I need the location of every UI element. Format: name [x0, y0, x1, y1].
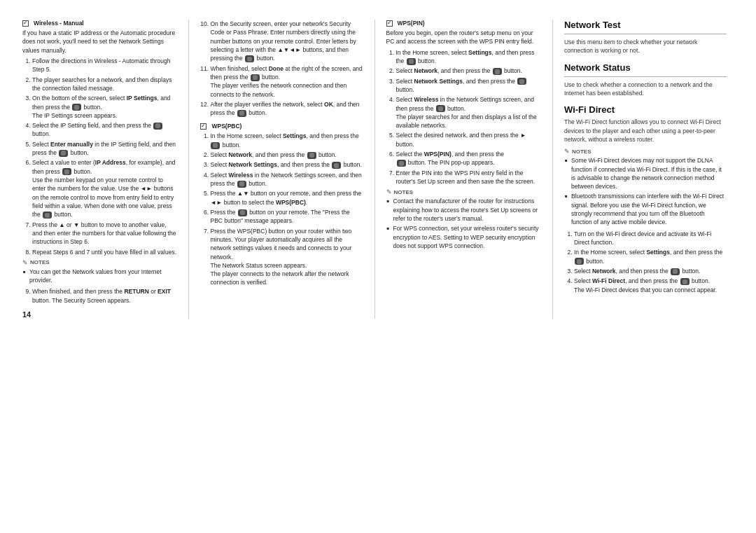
btn-icon	[62, 168, 71, 175]
wifi-direct-note-2: Bluetooth transmissions can interfere wi…	[571, 192, 727, 226]
wifi-direct-notes-box: ✎ NOTES Some Wi-Fi Direct devices may no…	[564, 148, 727, 227]
wireless-manual-intro: If you have a static IP address or the A…	[22, 29, 177, 55]
notes-title: NOTES	[572, 148, 592, 155]
step-5: Select Enter manually in the IP Setting …	[32, 140, 177, 158]
notes-title: NOTES	[30, 259, 50, 265]
wifi-direct-steps: Turn on the Wi-Fi direct device and acti…	[564, 230, 727, 294]
notes-list: You can get the Network values from your…	[22, 268, 177, 285]
wifi-direct-notes-list: Some Wi-Fi Direct devices may not suppor…	[564, 156, 727, 227]
wpspin-note-1: Contact the manufacturer of the router f…	[393, 197, 541, 223]
wpspin-notes-list: Contact the manufacturer of the router f…	[386, 197, 541, 250]
notes-label: ✎ NOTES	[22, 259, 177, 266]
btn-icon	[307, 152, 316, 159]
wifi-direct-step-3: Select Network, and then press the butto…	[574, 267, 727, 275]
wpspin-step-4: Select Wireless in the Network Settings …	[396, 95, 541, 130]
network-status-body: Use to check whether a connection to a n…	[564, 81, 727, 98]
network-status-title: Network Status	[564, 62, 727, 73]
network-test-rule	[564, 34, 727, 34]
page-number: 14	[22, 310, 177, 319]
checkbox-icon	[22, 20, 29, 27]
step-9: When finished, and then press the RETURN…	[32, 287, 177, 305]
wpspbc-step-4: Select Wireless in the Network Settings …	[210, 171, 363, 188]
btn-icon	[251, 74, 260, 81]
wifi-direct-step-2: In the Home screen, select Settings, and…	[574, 248, 727, 265]
btn-icon	[153, 123, 162, 130]
wpspbc-steps: In the Home screen, select Settings, and…	[200, 132, 363, 286]
btn-icon	[397, 160, 406, 167]
wifi-direct-body: The Wi-Fi Direct function allows you to …	[564, 118, 727, 144]
step-4: Select the IP Setting field, and then pr…	[32, 121, 177, 139]
wpspbc-step-5: Press the ▲▼ button on your remote, and …	[210, 189, 363, 207]
notes-title: NOTES	[394, 189, 414, 195]
wireless-manual-steps: Follow the directions in Wireless - Auto…	[22, 57, 177, 256]
step-3: On the bottom of the screen, select IP S…	[32, 94, 177, 120]
wireless-manual-heading: Wireless - Manual	[22, 20, 177, 27]
wifi-direct-step-4: Select Wi-Fi Direct, and then press the …	[574, 277, 727, 294]
btn-icon	[59, 150, 68, 157]
wpspbc-step-3: Select Network Settings, and then press …	[210, 160, 363, 169]
btn-icon	[436, 105, 445, 112]
wpspin-step-2: Select Network, and then press the butto…	[396, 67, 541, 75]
column-1: Wireless - Manual If you have a static I…	[22, 20, 184, 319]
wpspin-step-5: Select the desired network, and then pre…	[396, 131, 541, 148]
wpspin-heading: WPS(PIN)	[386, 20, 541, 27]
btn-icon	[517, 78, 526, 85]
notes-box-1: ✎ NOTES You can get the Network values f…	[22, 259, 177, 285]
btn-icon	[680, 278, 690, 285]
wpspin-note-2: For WPS connection, set your wireless ro…	[393, 224, 541, 250]
wpspin-notes-box: ✎ NOTES Contact the manufacturer of the …	[386, 188, 541, 250]
btn-icon	[237, 181, 246, 188]
wifi-direct-note-1: Some Wi-Fi Direct devices may not suppor…	[571, 156, 727, 191]
column-2: On the Security screen, enter your netwo…	[193, 20, 370, 319]
wpspin-title: WPS(PIN)	[398, 20, 425, 27]
wifi-direct-notes-label: ✎ NOTES	[564, 148, 727, 155]
wpspin-steps: In the Home screen, select Settings, and…	[386, 48, 541, 186]
pencil-icon: ✎	[22, 259, 28, 266]
wpspin-step-3: Select Network Settings, and then press …	[396, 77, 541, 95]
btn-icon	[493, 68, 502, 75]
network-test-title: Network Test	[564, 20, 727, 30]
col-divider-3	[552, 20, 553, 319]
wifi-direct-step-1: Turn on the Wi-Fi direct device and acti…	[574, 230, 727, 247]
network-test-body: Use this menu item to check whether your…	[564, 38, 727, 55]
step-7: Press the ▲ or ▼ button to move to anoth…	[32, 221, 177, 247]
column-4: Network Test Use this menu item to check…	[557, 20, 734, 319]
wpspin-step-6: Select the WPS(PIN), and then press the …	[396, 150, 541, 167]
wpspbc-step-7: Press the WPS(PBC) button on your router…	[210, 227, 363, 287]
btn-icon	[72, 104, 81, 111]
wpspbc-heading: WPS(PBC)	[200, 123, 363, 130]
step-10: On the Security screen, enter your netwo…	[210, 20, 363, 63]
checkbox-icon	[200, 123, 206, 130]
pencil-icon: ✎	[386, 188, 392, 195]
column-3: WPS(PIN) Before you begin, open the rout…	[379, 20, 548, 319]
wpspin-intro: Before you begin, open the router's setu…	[386, 29, 541, 46]
step-12: After the player verifies the network, s…	[210, 100, 363, 118]
step-8: Repeat Steps 6 and 7 until you have fill…	[32, 248, 177, 256]
btn-icon	[575, 258, 584, 265]
step-1: Follow the directions in Wireless - Auto…	[32, 57, 177, 74]
btn-icon	[43, 212, 52, 219]
btn-icon	[237, 110, 246, 117]
page-layout: Wireless - Manual If you have a static I…	[22, 20, 734, 319]
step-2: The player searches for a network, and t…	[32, 76, 177, 93]
btn-icon	[671, 268, 680, 275]
btn-icon	[332, 162, 341, 169]
btn-icon	[407, 58, 416, 65]
wpspbc-step-2: Select Network, and then press the butto…	[210, 151, 363, 159]
wpspbc-step-1: In the Home screen, select Settings, and…	[210, 132, 363, 149]
col-divider-1	[188, 20, 189, 319]
network-status-rule	[564, 76, 727, 77]
step-6: Select a value to enter (IP Address, for…	[32, 158, 177, 219]
step-11: When finished, select Done at the right …	[210, 64, 363, 99]
btn-icon	[238, 209, 247, 216]
btn-icon	[211, 142, 220, 149]
wifi-direct-title: Wi-Fi Direct	[564, 104, 727, 115]
note-item: You can get the Network values from your…	[29, 268, 177, 285]
pencil-icon: ✎	[564, 148, 570, 155]
col-divider-2	[374, 20, 375, 319]
wireless-manual-steps-cont: When finished, and then press the RETURN…	[22, 287, 177, 305]
wpspbc-title: WPS(PBC)	[211, 123, 241, 130]
wpspin-step-1: In the Home screen, select Settings, and…	[396, 48, 541, 66]
checkbox-icon	[386, 20, 393, 27]
wpspbc-step-6: Press the button on your remote. The "Pr…	[210, 208, 363, 226]
